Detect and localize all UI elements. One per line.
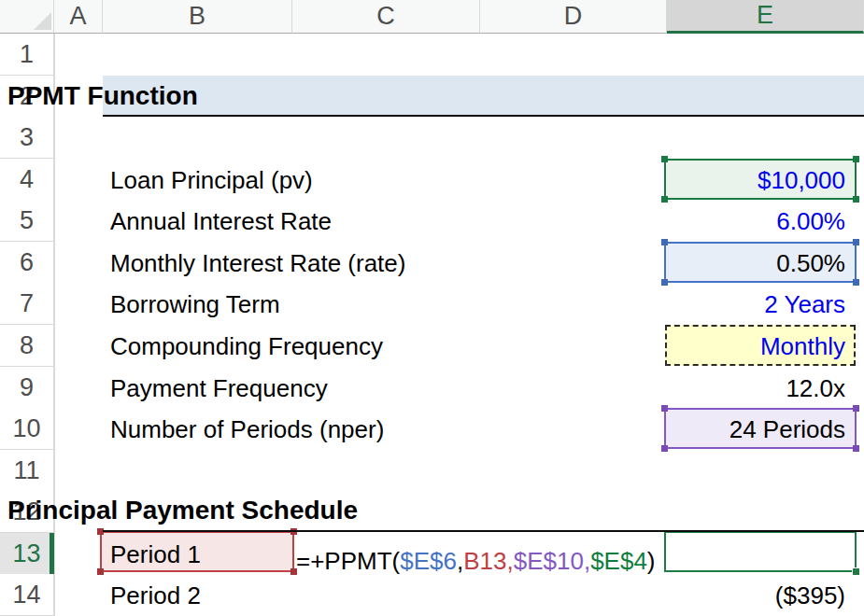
column-header-d[interactable]: D <box>480 0 667 34</box>
active-cell-E13-border[interactable] <box>664 531 857 572</box>
column-header-b[interactable]: B <box>103 0 292 34</box>
row-header-8[interactable]: 8 <box>0 325 54 367</box>
row-header-11[interactable]: 11 <box>0 450 54 492</box>
row-header-7[interactable]: 7 <box>0 283 54 325</box>
cell-B9-label[interactable]: Payment Frequency <box>103 367 328 408</box>
row-header-9[interactable]: 9 <box>0 367 54 409</box>
row-header-3[interactable]: 3 <box>0 117 54 159</box>
cell-E7-value[interactable]: 2 Years <box>665 283 857 324</box>
active-row-indicator-bar <box>50 533 54 574</box>
cell-B14-period2[interactable]: Period 2 <box>103 574 201 615</box>
row-header-4[interactable]: 4 <box>0 159 54 201</box>
select-all-corner[interactable] <box>0 0 54 34</box>
row-header-1[interactable]: 1 <box>0 34 54 76</box>
cell-B5-label[interactable]: Annual Interest Rate <box>103 200 332 241</box>
cell-B7-label[interactable]: Borrowing Term <box>103 283 280 324</box>
spreadsheet: A B C D E 1 2 3 4 5 6 7 8 9 10 11 12 13 … <box>0 0 864 616</box>
cell-E6-value[interactable]: 0.50% <box>665 242 857 283</box>
formula-close-paren: ) <box>647 549 656 574</box>
cell-B8-label[interactable]: Compounding Frequency <box>103 325 383 366</box>
cell-E14-value[interactable]: ($395) <box>665 574 857 615</box>
row-header-6[interactable]: 6 <box>0 242 54 284</box>
cell-E9-value[interactable]: 12.0x <box>665 367 857 408</box>
row-header-13-selected[interactable]: 13 <box>0 533 54 575</box>
cell-B10-label[interactable]: Number of Periods (nper) <box>103 408 384 449</box>
row-header-5[interactable]: 5 <box>0 200 54 242</box>
formula-ref-E6: $E$6 <box>400 549 457 574</box>
cell-E4-value[interactable]: $10,000 <box>665 159 857 200</box>
worksheet-title: PPMT Function <box>0 76 198 117</box>
column-header-a[interactable]: A <box>54 0 103 34</box>
column-header-e-selected[interactable]: E <box>667 0 864 34</box>
row-header-14[interactable]: 14 <box>0 574 54 616</box>
cell-E13-formula[interactable]: =+PPMT( $E$6 , B13, $E$10, $E$4 ) <box>296 533 656 581</box>
cell-B4-label[interactable]: Loan Principal (pv) <box>103 159 313 200</box>
formula-ref-B13: B13, <box>463 549 514 574</box>
row-header-10[interactable]: 10 <box>0 408 54 450</box>
cell-B6-label[interactable]: Monthly Interest Rate (rate) <box>103 242 405 283</box>
cell-B13-period1[interactable]: Period 1 <box>103 533 201 574</box>
formula-ref-E4: $E$4 <box>590 549 647 574</box>
formula-ref-E10: $E$10, <box>514 549 590 574</box>
schedule-title: Principal Payment Schedule <box>0 490 358 531</box>
cell-E5-value[interactable]: 6.00% <box>665 200 857 241</box>
formula-separator: , <box>457 549 463 574</box>
cell-B2-title-banner[interactable] <box>103 76 864 117</box>
column-header-c[interactable]: C <box>292 0 480 34</box>
formula-function-part: =+PPMT( <box>296 549 400 574</box>
cell-E10-value[interactable]: 24 Periods <box>665 408 857 449</box>
cell-E8-value[interactable]: Monthly <box>665 325 857 366</box>
select-all-triangle-icon <box>34 12 51 30</box>
